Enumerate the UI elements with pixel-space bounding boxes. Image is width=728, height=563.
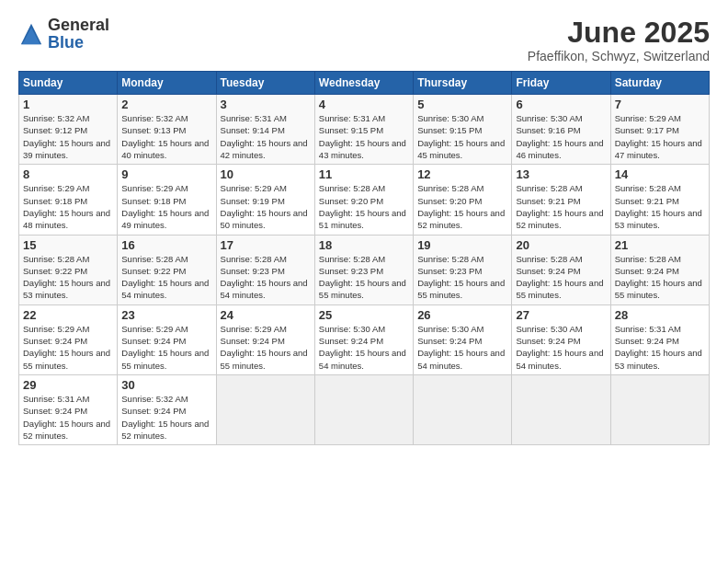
day-number: 23 <box>121 308 211 322</box>
calendar-table: Sunday Monday Tuesday Wednesday Thursday… <box>18 71 710 445</box>
table-row: 25Sunrise: 5:30 AMSunset: 9:24 PMDayligh… <box>314 304 413 374</box>
day-number: 14 <box>615 167 705 181</box>
logo: General Blue <box>18 17 109 52</box>
day-number: 11 <box>319 167 409 181</box>
subtitle: Pfaeffikon, Schwyz, Switzerland <box>528 49 710 63</box>
logo-text-blue: Blue <box>48 33 84 52</box>
day-number: 24 <box>221 308 311 322</box>
day-info: Sunrise: 5:30 AMSunset: 9:24 PMDaylight:… <box>417 324 505 371</box>
table-row: 1Sunrise: 5:32 AMSunset: 9:12 PMDaylight… <box>19 95 118 165</box>
table-row: 23Sunrise: 5:29 AMSunset: 9:24 PMDayligh… <box>118 304 216 374</box>
day-info: Sunrise: 5:30 AMSunset: 9:15 PMDaylight:… <box>417 113 505 160</box>
title-block: June 2025 Pfaeffikon, Schwyz, Switzerlan… <box>528 17 710 63</box>
col-wednesday: Wednesday <box>314 72 413 95</box>
day-number: 29 <box>23 378 113 392</box>
day-number: 1 <box>23 98 113 111</box>
day-info: Sunrise: 5:28 AMSunset: 9:24 PMDaylight:… <box>516 254 603 301</box>
table-row: 5Sunrise: 5:30 AMSunset: 9:15 PMDaylight… <box>414 95 512 165</box>
table-row: 13Sunrise: 5:28 AMSunset: 9:21 PMDayligh… <box>512 165 610 235</box>
day-info: Sunrise: 5:29 AMSunset: 9:18 PMDaylight:… <box>121 183 209 230</box>
table-row <box>314 374 413 444</box>
day-info: Sunrise: 5:29 AMSunset: 9:24 PMDaylight:… <box>221 324 308 371</box>
day-number: 26 <box>417 308 507 322</box>
day-number: 4 <box>319 98 409 111</box>
table-row: 14Sunrise: 5:28 AMSunset: 9:21 PMDayligh… <box>610 165 709 235</box>
week-row-1: 1Sunrise: 5:32 AMSunset: 9:12 PMDaylight… <box>19 95 710 165</box>
day-info: Sunrise: 5:32 AMSunset: 9:24 PMDaylight:… <box>121 394 209 441</box>
day-number: 7 <box>615 98 705 111</box>
table-row: 27Sunrise: 5:30 AMSunset: 9:24 PMDayligh… <box>512 304 610 374</box>
table-row: 3Sunrise: 5:31 AMSunset: 9:14 PMDaylight… <box>216 95 314 165</box>
table-row: 8Sunrise: 5:29 AMSunset: 9:18 PMDaylight… <box>19 165 118 235</box>
week-row-3: 15Sunrise: 5:28 AMSunset: 9:22 PMDayligh… <box>19 235 710 304</box>
day-number: 22 <box>23 308 113 322</box>
day-number: 2 <box>121 98 211 111</box>
day-info: Sunrise: 5:31 AMSunset: 9:24 PMDaylight:… <box>615 324 702 371</box>
day-info: Sunrise: 5:28 AMSunset: 9:22 PMDaylight:… <box>23 254 110 301</box>
col-thursday: Thursday <box>414 72 512 95</box>
day-number: 10 <box>221 167 311 181</box>
table-row: 2Sunrise: 5:32 AMSunset: 9:13 PMDaylight… <box>118 95 216 165</box>
day-info: Sunrise: 5:28 AMSunset: 9:20 PMDaylight:… <box>319 183 406 230</box>
table-row: 24Sunrise: 5:29 AMSunset: 9:24 PMDayligh… <box>216 304 314 374</box>
day-info: Sunrise: 5:28 AMSunset: 9:23 PMDaylight:… <box>417 254 505 301</box>
table-row <box>610 374 709 444</box>
table-row: 16Sunrise: 5:28 AMSunset: 9:22 PMDayligh… <box>118 235 216 304</box>
svg-marker-1 <box>22 28 40 44</box>
table-row: 18Sunrise: 5:28 AMSunset: 9:23 PMDayligh… <box>314 235 413 304</box>
day-number: 25 <box>319 308 409 322</box>
header: General Blue June 2025 Pfaeffikon, Schwy… <box>18 17 710 63</box>
table-row: 26Sunrise: 5:30 AMSunset: 9:24 PMDayligh… <box>414 304 512 374</box>
day-number: 3 <box>221 98 311 111</box>
day-info: Sunrise: 5:28 AMSunset: 9:21 PMDaylight:… <box>516 183 603 230</box>
day-info: Sunrise: 5:28 AMSunset: 9:21 PMDaylight:… <box>615 183 702 230</box>
table-row: 29Sunrise: 5:31 AMSunset: 9:24 PMDayligh… <box>19 374 118 444</box>
day-info: Sunrise: 5:28 AMSunset: 9:23 PMDaylight:… <box>319 254 406 301</box>
calendar-page: General Blue June 2025 Pfaeffikon, Schwy… <box>0 0 728 563</box>
table-row: 6Sunrise: 5:30 AMSunset: 9:16 PMDaylight… <box>512 95 610 165</box>
day-info: Sunrise: 5:31 AMSunset: 9:14 PMDaylight:… <box>221 113 308 160</box>
day-number: 5 <box>417 98 507 111</box>
day-number: 12 <box>417 167 507 181</box>
day-number: 13 <box>516 167 606 181</box>
day-number: 28 <box>615 308 705 322</box>
table-row: 12Sunrise: 5:28 AMSunset: 9:20 PMDayligh… <box>414 165 512 235</box>
table-row: 15Sunrise: 5:28 AMSunset: 9:22 PMDayligh… <box>19 235 118 304</box>
day-info: Sunrise: 5:32 AMSunset: 9:13 PMDaylight:… <box>121 113 209 160</box>
day-number: 20 <box>516 238 606 252</box>
table-row: 4Sunrise: 5:31 AMSunset: 9:15 PMDaylight… <box>314 95 413 165</box>
week-row-5: 29Sunrise: 5:31 AMSunset: 9:24 PMDayligh… <box>19 374 710 444</box>
col-monday: Monday <box>118 72 216 95</box>
table-row: 9Sunrise: 5:29 AMSunset: 9:18 PMDaylight… <box>118 165 216 235</box>
day-info: Sunrise: 5:29 AMSunset: 9:24 PMDaylight:… <box>121 324 209 371</box>
day-number: 15 <box>23 238 113 252</box>
col-friday: Friday <box>512 72 610 95</box>
day-number: 6 <box>516 98 606 111</box>
table-row <box>216 374 314 444</box>
day-info: Sunrise: 5:30 AMSunset: 9:16 PMDaylight:… <box>516 113 603 160</box>
day-info: Sunrise: 5:29 AMSunset: 9:19 PMDaylight:… <box>221 183 308 230</box>
day-number: 9 <box>121 167 211 181</box>
day-number: 21 <box>615 238 705 252</box>
day-info: Sunrise: 5:31 AMSunset: 9:24 PMDaylight:… <box>23 394 110 441</box>
col-sunday: Sunday <box>19 72 118 95</box>
week-row-4: 22Sunrise: 5:29 AMSunset: 9:24 PMDayligh… <box>19 304 710 374</box>
table-row <box>512 374 610 444</box>
day-info: Sunrise: 5:28 AMSunset: 9:22 PMDaylight:… <box>121 254 209 301</box>
day-number: 18 <box>319 238 409 252</box>
day-info: Sunrise: 5:28 AMSunset: 9:20 PMDaylight:… <box>417 183 505 230</box>
col-tuesday: Tuesday <box>216 72 314 95</box>
day-number: 8 <box>23 167 113 181</box>
table-row: 30Sunrise: 5:32 AMSunset: 9:24 PMDayligh… <box>118 374 216 444</box>
table-row: 19Sunrise: 5:28 AMSunset: 9:23 PMDayligh… <box>414 235 512 304</box>
logo-icon <box>18 21 44 47</box>
day-number: 17 <box>221 238 311 252</box>
table-row: 7Sunrise: 5:29 AMSunset: 9:17 PMDaylight… <box>610 95 709 165</box>
day-number: 19 <box>417 238 507 252</box>
table-row: 17Sunrise: 5:28 AMSunset: 9:23 PMDayligh… <box>216 235 314 304</box>
day-info: Sunrise: 5:28 AMSunset: 9:24 PMDaylight:… <box>615 254 702 301</box>
table-row: 10Sunrise: 5:29 AMSunset: 9:19 PMDayligh… <box>216 165 314 235</box>
table-row: 28Sunrise: 5:31 AMSunset: 9:24 PMDayligh… <box>610 304 709 374</box>
week-row-2: 8Sunrise: 5:29 AMSunset: 9:18 PMDaylight… <box>19 165 710 235</box>
main-title: June 2025 <box>528 17 710 49</box>
